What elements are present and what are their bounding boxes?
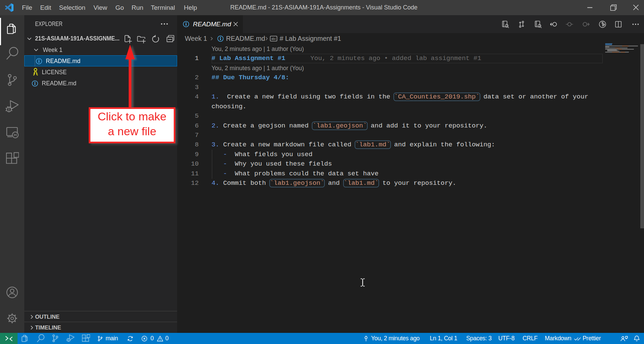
svg-text:abc: abc — [271, 37, 276, 40]
